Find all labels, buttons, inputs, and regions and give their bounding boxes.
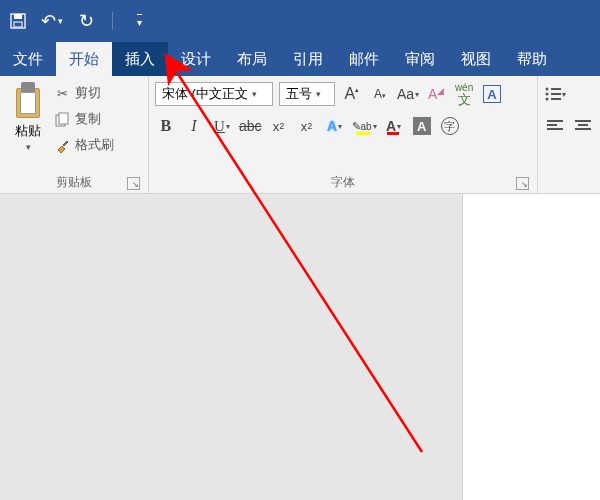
phonetic-guide-button[interactable]: wén文 <box>453 82 475 106</box>
enclose-characters-button[interactable]: 字 <box>439 114 461 138</box>
ribbon: 粘贴 ▾ ✂ 剪切 复制 格式刷 <box>0 76 600 194</box>
highlight-button[interactable]: ✎ab▾ <box>352 114 377 138</box>
document-page[interactable] <box>462 194 600 500</box>
subscript-button[interactable]: x2 <box>268 114 290 138</box>
font-size-value: 五号 <box>286 85 312 103</box>
separator <box>112 12 113 30</box>
strikethrough-button[interactable]: abc <box>239 114 262 138</box>
svg-rect-6 <box>551 88 561 90</box>
italic-button[interactable]: I <box>183 114 205 138</box>
font-name-combo[interactable]: 宋体 (中文正文▾ <box>155 82 273 106</box>
ribbon-tabs: 文件 开始 插入 设计 布局 引用 邮件 审阅 视图 帮助 <box>0 42 600 76</box>
font-name-value: 宋体 (中文正文 <box>162 85 248 103</box>
change-case-button[interactable]: Aa▾ <box>397 82 419 106</box>
tab-design[interactable]: 设计 <box>168 42 224 76</box>
document-area <box>0 194 600 500</box>
cut-label: 剪切 <box>75 84 101 102</box>
svg-point-9 <box>545 98 548 101</box>
group-label-clipboard: 剪贴板 <box>6 172 142 191</box>
svg-rect-14 <box>575 120 591 122</box>
svg-rect-8 <box>551 93 561 95</box>
paste-label: 粘贴 <box>15 122 41 140</box>
paste-button[interactable]: 粘贴 ▾ <box>6 80 50 152</box>
svg-rect-1 <box>14 14 22 19</box>
undo-button[interactable]: ↶▾ <box>42 11 62 31</box>
redo-button[interactable]: ↻ <box>76 11 96 31</box>
font-dialog-launcher[interactable]: ↘ <box>516 177 529 190</box>
group-font: 宋体 (中文正文▾ 五号▾ A▴ A▾ Aa▾ A◢ wén文 A B I U▾… <box>149 76 538 193</box>
svg-rect-16 <box>575 128 591 130</box>
svg-point-7 <box>545 93 548 96</box>
align-center-button[interactable] <box>572 114 594 138</box>
format-painter-button[interactable]: 格式刷 <box>50 132 118 158</box>
customize-qat-button[interactable]: ▾ <box>129 11 149 31</box>
tab-mailings[interactable]: 邮件 <box>336 42 392 76</box>
svg-rect-2 <box>14 22 22 27</box>
copy-button[interactable]: 复制 <box>50 106 118 132</box>
quick-access-toolbar: ↶▾ ↻ ▾ <box>0 0 600 42</box>
scissors-icon: ✂ <box>54 85 70 101</box>
tab-home[interactable]: 开始 <box>56 42 112 76</box>
save-button[interactable] <box>8 11 28 31</box>
text-effects-button[interactable]: A▾ <box>324 114 346 138</box>
tab-view[interactable]: 视图 <box>448 42 504 76</box>
svg-rect-15 <box>578 124 588 126</box>
format-painter-label: 格式刷 <box>75 136 114 154</box>
cut-button[interactable]: ✂ 剪切 <box>50 80 118 106</box>
tab-review[interactable]: 审阅 <box>392 42 448 76</box>
copy-label: 复制 <box>75 110 101 128</box>
shrink-font-button[interactable]: A▾ <box>369 82 391 106</box>
group-clipboard: 粘贴 ▾ ✂ 剪切 复制 格式刷 <box>0 76 149 193</box>
clipboard-dialog-launcher[interactable]: ↘ <box>127 177 140 190</box>
bold-button[interactable]: B <box>155 114 177 138</box>
group-paragraph-partial: ▾ <box>538 76 600 193</box>
superscript-button[interactable]: x2 <box>296 114 318 138</box>
svg-rect-10 <box>551 98 561 100</box>
character-shading-button[interactable]: A <box>411 114 433 138</box>
tab-file[interactable]: 文件 <box>0 42 56 76</box>
tab-references[interactable]: 引用 <box>280 42 336 76</box>
group-label-font: 字体 <box>155 172 531 191</box>
clipboard-icon <box>13 82 43 120</box>
clear-formatting-button[interactable]: A◢ <box>425 82 447 106</box>
align-left-button[interactable] <box>544 114 566 138</box>
svg-rect-13 <box>547 128 563 130</box>
svg-point-5 <box>545 88 548 91</box>
font-size-combo[interactable]: 五号▾ <box>279 82 335 106</box>
svg-rect-4 <box>59 113 68 124</box>
copy-icon <box>54 111 70 127</box>
underline-button[interactable]: U▾ <box>211 114 233 138</box>
character-border-button[interactable]: A <box>481 82 503 106</box>
tab-insert[interactable]: 插入 <box>112 42 168 76</box>
paintbrush-icon <box>54 137 70 153</box>
bullets-button[interactable]: ▾ <box>544 82 566 106</box>
document-background <box>0 194 462 500</box>
grow-font-button[interactable]: A▴ <box>341 82 363 106</box>
tab-help[interactable]: 帮助 <box>504 42 560 76</box>
tab-layout[interactable]: 布局 <box>224 42 280 76</box>
svg-rect-11 <box>547 120 563 122</box>
font-color-button[interactable]: A▾ <box>383 114 405 138</box>
svg-rect-12 <box>547 124 557 126</box>
